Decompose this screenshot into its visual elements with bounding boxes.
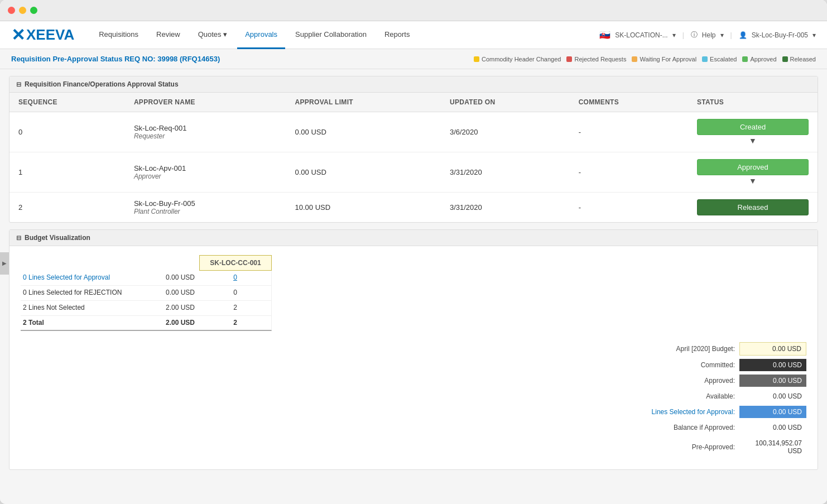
- budget-lines-usd: 0.00 USD0.00 USD2.00 USD2.00 USD: [143, 255, 199, 331]
- budget-row-col: 2: [199, 301, 272, 316]
- breadcrumb-title: Requisition Pre-Approval Status REQ NO: …: [11, 55, 220, 63]
- page-content: ▶ Requisition Pre-Approval Status REQ NO…: [0, 49, 827, 504]
- divider: |: [682, 31, 684, 39]
- budget-detail-value: 0.00 USD: [739, 359, 806, 371]
- breadcrumb-bar: Requisition Pre-Approval Status REQ NO: …: [0, 49, 827, 69]
- arrow-down-icon: ▼: [697, 175, 809, 185]
- budget-detail-label: Pre-Approved:: [634, 443, 735, 451]
- cell-sequence: 0: [9, 112, 125, 152]
- cell-comments: -: [570, 193, 688, 223]
- user-name[interactable]: Sk-Loc-Buy-Fr-005: [752, 31, 808, 39]
- nav-requisitions[interactable]: Requisitions: [91, 21, 146, 49]
- cell-sequence: 1: [9, 152, 125, 193]
- legend-approved-label: Approved: [750, 56, 776, 63]
- close-button[interactable]: [8, 7, 15, 14]
- table-header-row: SEQUENCE APPROVER NAME APPROVAL LIMIT UP…: [9, 93, 818, 112]
- user-dropdown-icon[interactable]: ▾: [812, 31, 816, 39]
- cell-comments: -: [570, 152, 688, 193]
- released-dot: [782, 56, 788, 62]
- budget-row-usd: 2.00 USD: [143, 301, 199, 316]
- nav-reports[interactable]: Reports: [377, 21, 418, 49]
- location-selector[interactable]: SK-LOCATION-...: [615, 31, 667, 39]
- budget-details: April [2020] Budget:0.00 USDCommitted:0.…: [21, 342, 806, 457]
- legend-approved: Approved: [742, 56, 776, 63]
- status-badge: Created: [697, 119, 809, 135]
- divider2: |: [730, 31, 732, 39]
- nav-review[interactable]: Review: [148, 21, 188, 49]
- legend-waiting-label: Waiting For Approval: [640, 56, 696, 63]
- logo: ✕ XEEVA: [11, 25, 74, 45]
- budget-row-label: 2 Lines Not Selected: [21, 301, 143, 316]
- budget-collapse-icon[interactable]: ⊟: [16, 234, 21, 242]
- cell-approver: Sk-Loc-Apv-001 Approver: [125, 152, 286, 193]
- minimize-button[interactable]: [19, 7, 26, 14]
- commodity-header-dot: [474, 56, 479, 62]
- budget-col-link[interactable]: 0: [233, 273, 237, 281]
- budget-detail-row: Pre-Approved:100,314,952.07 USD: [21, 437, 806, 457]
- logo-area: ✕ XEEVA Requisitions Review Quotes ▾ App…: [11, 21, 417, 49]
- budget-col-block: SK-LOC-CC-001 0022: [199, 255, 272, 331]
- budget-detail-label: Lines Selected for Approval:: [634, 408, 735, 416]
- cell-status: Created ▼: [688, 112, 818, 152]
- nav-quotes[interactable]: Quotes ▾: [190, 21, 235, 49]
- location-dropdown-icon[interactable]: ▾: [672, 31, 676, 39]
- legend: Commodity Header Changed Rejected Reques…: [474, 56, 816, 63]
- budget-detail-value: 0.00 USD: [739, 390, 806, 402]
- legend-escalated-label: Escalated: [710, 56, 737, 63]
- budget-row-label: 0 Lines Selected for Approval: [21, 271, 143, 286]
- budget-lines-labels: 0 Lines Selected for Approval0 Lines Sel…: [21, 255, 143, 331]
- approval-table: SEQUENCE APPROVER NAME APPROVAL LIMIT UP…: [9, 93, 818, 222]
- budget-detail-label: Committed:: [634, 361, 735, 369]
- user-icon: 👤: [739, 31, 747, 39]
- legend-released-label: Released: [790, 56, 816, 63]
- col-status: STATUS: [688, 93, 818, 112]
- budget-col-header: SK-LOC-CC-001: [199, 255, 272, 271]
- budget-row-col: 2: [199, 316, 272, 331]
- logo-text: XEEVA: [26, 26, 74, 44]
- budget-row-col: 0: [199, 286, 272, 301]
- budget-row-link[interactable]: 0 Lines Selected for Approval: [23, 273, 110, 281]
- mac-titlebar: [0, 0, 827, 21]
- budget-row-usd: 0.00 USD: [143, 286, 199, 301]
- maximize-button[interactable]: [30, 7, 37, 14]
- budget-row-label: 2 Total: [21, 316, 143, 331]
- collapse-icon[interactable]: ⊟: [16, 81, 21, 88]
- rejected-dot: [566, 56, 572, 62]
- help-link[interactable]: Help: [702, 31, 716, 39]
- budget-detail-row: Balance if Approved:0.00 USD: [21, 421, 806, 434]
- col-comments: COMMENTS: [570, 93, 688, 112]
- budget-detail-row: April [2020] Budget:0.00 USD: [21, 342, 806, 356]
- budget-detail-value: 100,314,952.07 USD: [739, 437, 806, 457]
- budget-detail-row: Lines Selected for Approval:0.00 USD: [21, 406, 806, 418]
- approver-name: Sk-Loc-Buy-Fr-005: [134, 199, 277, 208]
- approver-role: Requester: [134, 132, 277, 140]
- budget-section-title: Budget Visualization: [25, 234, 90, 242]
- budget-row-usd: 2.00 USD: [143, 316, 199, 331]
- approved-dot: [742, 56, 748, 62]
- table-row: 0 Sk-Loc-Req-001 Requester 0.00 USD 3/6/…: [9, 112, 818, 152]
- top-navigation: ✕ XEEVA Requisitions Review Quotes ▾ App…: [0, 21, 827, 49]
- legend-released: Released: [782, 56, 816, 63]
- budget-row-usd: 0.00 USD: [143, 271, 199, 286]
- budget-detail-value: 0.00 USD: [739, 406, 806, 418]
- arrow-down-icon: ▼: [697, 135, 809, 145]
- legend-escalated: Escalated: [702, 56, 737, 63]
- budget-detail-value: 0.00 USD: [739, 421, 806, 434]
- sidebar-toggle[interactable]: ▶: [0, 252, 9, 275]
- budget-detail-value: 0.00 USD: [739, 342, 806, 356]
- approval-section-title: Requisition Finance/Operations Approval …: [25, 80, 179, 88]
- nav-supplier-collaboration[interactable]: Supplier Collaboration: [287, 21, 374, 49]
- cell-approver: Sk-Loc-Req-001 Requester: [125, 112, 286, 152]
- help-dropdown-icon[interactable]: ▾: [720, 31, 724, 39]
- nav-links: Requisitions Review Quotes ▾ Approvals S…: [91, 21, 417, 49]
- cell-approver: Sk-Loc-Buy-Fr-005 Plant Controller: [125, 193, 286, 223]
- nav-approvals[interactable]: Approvals: [237, 21, 285, 49]
- budget-detail-label: Approved:: [634, 377, 735, 385]
- legend-rejected-label: Rejected Requests: [574, 56, 626, 63]
- approval-section: ⊟ Requisition Finance/Operations Approva…: [9, 76, 818, 223]
- budget-detail-row: Available:0.00 USD: [21, 390, 806, 402]
- approver-name: Sk-Loc-Apv-001: [134, 164, 277, 172]
- cell-status: Released: [688, 193, 818, 223]
- legend-commodity-header: Commodity Header Changed: [474, 56, 561, 63]
- col-approval-limit: APPROVAL LIMIT: [286, 93, 441, 112]
